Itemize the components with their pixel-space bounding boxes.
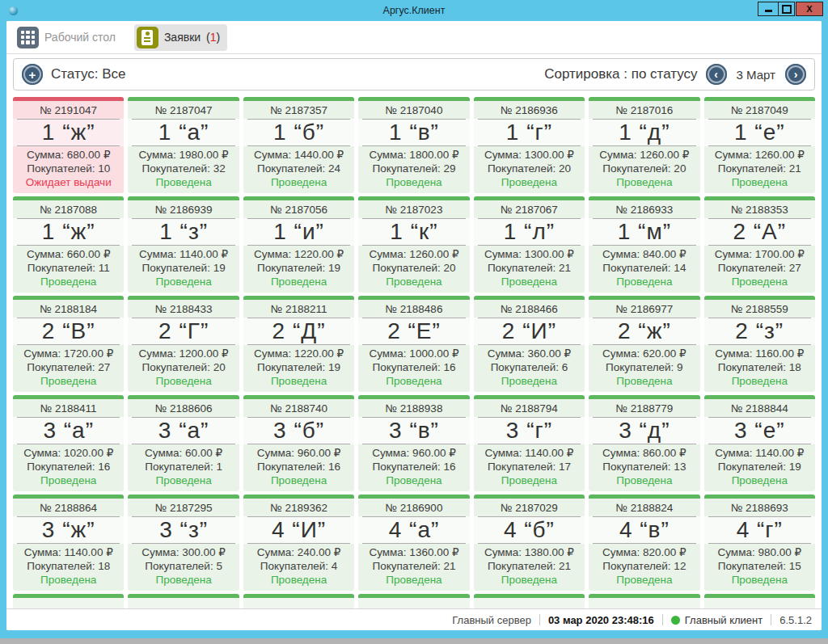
order-card[interactable]: № 2186900 4 “а” Сумма: 1360.00 ₽ Покупат… [358, 495, 469, 591]
order-status: Проведена [128, 175, 239, 189]
order-card[interactable]: № 2188606 3 “а” Сумма: 60.00 ₽ Покупател… [128, 395, 239, 491]
order-number: № 2186933 [589, 200, 699, 218]
order-card[interactable]: № 2188433 2 “Г” Сумма: 1200.00 ₽ Покупат… [128, 296, 239, 392]
order-card[interactable]: № 2188779 3 “д” Сумма: 860.00 ₽ Покупате… [589, 395, 699, 491]
status-bar: Главный сервер 03 мар 2020 23:48:16 Глав… [6, 608, 822, 630]
order-buyers: Покупателей: 27 [13, 360, 124, 374]
order-card[interactable]: № 2188864 3 “ж” Сумма: 1140.00 ₽ Покупат… [13, 495, 124, 591]
sort-control[interactable]: Сортировка : по статусу [544, 66, 697, 82]
app-version: 6.5.1.2 [779, 614, 812, 626]
order-number: № 2186900 [358, 499, 469, 516]
order-card[interactable]: № 2188559 2 “з” Сумма: 1160.00 ₽ Покупат… [704, 296, 815, 392]
minimize-button[interactable] [758, 2, 778, 16]
tab-orders[interactable]: Заявки (1) [134, 24, 227, 51]
order-card[interactable]: № 2188211 2 “Д” Сумма: 1220.00 ₽ Покупат… [243, 296, 354, 392]
card-status-bar [358, 594, 469, 598]
order-status: Проведена [589, 573, 699, 587]
order-card-partial[interactable] [474, 594, 585, 608]
tab-desktop[interactable]: Рабочий стол [15, 24, 123, 51]
order-card[interactable]: № 2187047 1 “а” Сумма: 1980.00 ₽ Покупат… [128, 97, 239, 193]
order-card[interactable]: № 2188466 2 “И” Сумма: 360.00 ₽ Покупате… [474, 296, 585, 392]
order-card[interactable]: № 2187040 1 “в” Сумма: 1800.00 ₽ Покупат… [358, 97, 469, 193]
order-card[interactable]: № 2187029 4 “б” Сумма: 1380.00 ₽ Покупат… [474, 495, 585, 591]
order-number: № 2188466 [474, 300, 585, 318]
order-card[interactable]: № 2186933 1 “м” Сумма: 840.00 ₽ Покупате… [589, 196, 699, 293]
order-card-partial[interactable] [704, 594, 815, 608]
order-buyers: Покупателей: 11 [13, 261, 124, 275]
order-card[interactable]: № 2188794 3 “г” Сумма: 1140.00 ₽ Покупат… [474, 395, 585, 491]
order-status: Проведена [243, 275, 354, 288]
order-buyers: Покупателей: 32 [128, 162, 239, 175]
order-card-partial[interactable] [128, 594, 239, 608]
order-card[interactable]: № 2186936 1 “г” Сумма: 1300.00 ₽ Покупат… [474, 97, 585, 193]
class-name: 2 “В” [13, 318, 124, 344]
order-card[interactable]: № 2188184 2 “В” Сумма: 1720.00 ₽ Покупат… [13, 296, 124, 392]
order-status: Проведена [589, 175, 699, 189]
order-card[interactable]: № 2188824 4 “в” Сумма: 820.00 ₽ Покупате… [589, 495, 699, 591]
order-card[interactable]: № 2188740 3 “б” Сумма: 960.00 ₽ Покупате… [243, 395, 354, 491]
order-buyers: Покупателей: 16 [13, 460, 124, 474]
order-status: Проведена [474, 573, 585, 587]
order-card[interactable]: № 2188486 2 “Е” Сумма: 1000.00 ₽ Покупат… [358, 296, 469, 392]
order-card[interactable]: № 2187088 1 “ж” Сумма: 660.00 ₽ Покупате… [13, 196, 124, 293]
order-card-partial[interactable] [13, 594, 124, 608]
class-name: 3 “д” [589, 418, 699, 444]
class-name: 1 “в” [358, 120, 469, 145]
order-info: Сумма: 1700.00 ₽ Покупателей: 27 Проведе… [704, 246, 815, 293]
order-card-partial[interactable] [243, 594, 354, 608]
order-card[interactable]: № 2187357 1 “б” Сумма: 1440.00 ₽ Покупат… [243, 97, 354, 193]
add-filter-button[interactable]: + [22, 64, 43, 85]
order-card[interactable]: № 2191047 1 “ж” Сумма: 680.00 ₽ Покупате… [13, 97, 124, 193]
order-info: Сумма: 1260.00 ₽ Покупателей: 20 Проведе… [589, 146, 699, 193]
order-sum: Сумма: 860.00 ₽ [589, 446, 699, 460]
order-card[interactable]: № 2187067 1 “л” Сумма: 1300.00 ₽ Покупат… [474, 196, 585, 293]
orders-grid-area: № 2191047 1 “ж” Сумма: 680.00 ₽ Покупате… [6, 95, 822, 608]
order-card[interactable]: № 2188353 2 “А” Сумма: 1700.00 ₽ Покупат… [704, 196, 815, 293]
sort-value: по статусу [632, 66, 698, 82]
order-info: Сумма: 820.00 ₽ Покупателей: 12 Проведен… [589, 544, 699, 591]
order-info: Сумма: 1020.00 ₽ Покупателей: 16 Проведе… [13, 444, 124, 491]
order-card[interactable]: № 2186939 1 “з” Сумма: 1140.00 ₽ Покупат… [128, 196, 239, 293]
order-card[interactable]: № 2188693 4 “г” Сумма: 980.00 ₽ Покупате… [704, 495, 815, 591]
order-card[interactable]: № 2188938 3 “в” Сумма: 960.00 ₽ Покупате… [358, 395, 469, 491]
class-name: 1 “ж” [13, 120, 124, 145]
maximize-button[interactable] [778, 2, 795, 16]
next-day-button[interactable]: › [785, 64, 806, 85]
plus-icon: + [29, 69, 36, 81]
order-buyers: Покупателей: 4 [243, 559, 354, 573]
card-status-bar [474, 594, 585, 598]
window-title: Аргус.Клиент [383, 5, 446, 16]
order-info: Сумма: 1980.00 ₽ Покупателей: 32 Проведе… [128, 146, 239, 193]
server-datetime: 03 мар 2020 23:48:16 [548, 614, 654, 626]
order-card[interactable]: № 2186977 2 “ж” Сумма: 620.00 ₽ Покупате… [589, 296, 699, 392]
order-number: № 2187040 [358, 101, 469, 119]
order-number: № 2188740 [243, 399, 354, 417]
order-status: Проведена [474, 175, 585, 189]
order-card[interactable]: № 2187023 1 “к” Сумма: 1260.00 ₽ Покупат… [358, 196, 469, 293]
order-sum: Сумма: 1260.00 ₽ [358, 247, 469, 261]
class-name: 2 “ж” [589, 318, 699, 344]
order-status: Проведена [474, 275, 585, 288]
order-number: № 2186936 [474, 101, 585, 119]
card-status-bar [128, 594, 239, 598]
order-card[interactable]: № 2187295 3 “з” Сумма: 300.00 ₽ Покупате… [128, 495, 239, 591]
order-status: Проведена [128, 573, 239, 587]
order-card-partial[interactable] [589, 594, 699, 608]
orders-icon [137, 27, 158, 48]
order-sum: Сумма: 1140.00 ₽ [13, 545, 124, 559]
order-card[interactable]: № 2187056 1 “и” Сумма: 1220.00 ₽ Покупат… [243, 196, 354, 293]
order-card[interactable]: № 2189362 4 “И” Сумма: 240.00 ₽ Покупате… [243, 495, 354, 591]
order-card[interactable]: № 2188844 3 “е” Сумма: 1140.00 ₽ Покупат… [704, 395, 815, 491]
order-card-partial[interactable] [358, 594, 469, 608]
order-card[interactable]: № 2187049 1 “е” Сумма: 1260.00 ₽ Покупат… [704, 97, 815, 193]
order-card[interactable]: № 2188411 3 “а” Сумма: 1020.00 ₽ Покупат… [13, 395, 124, 491]
close-button[interactable]: X [796, 2, 823, 16]
order-sum: Сумма: 1000.00 ₽ [358, 347, 469, 360]
order-info: Сумма: 1720.00 ₽ Покупателей: 27 Проведе… [13, 345, 124, 392]
status-filter[interactable]: Статус: Все [51, 66, 126, 82]
order-buyers: Покупателей: 10 [13, 162, 124, 175]
class-name: 1 “д” [589, 120, 699, 145]
order-buyers: Покупателей: 19 [704, 460, 815, 474]
prev-day-button[interactable]: ‹ [706, 64, 727, 85]
order-card[interactable]: № 2187016 1 “д” Сумма: 1260.00 ₽ Покупат… [589, 97, 699, 193]
